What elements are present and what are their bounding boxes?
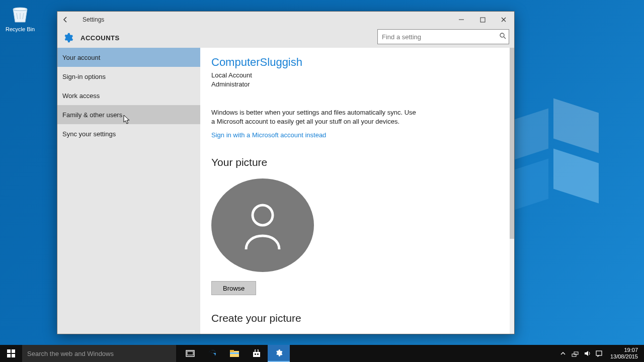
taskbar: Search the web and Windows 19:07 13/08/2… — [0, 345, 644, 362]
start-button[interactable] — [0, 345, 22, 362]
your-picture-heading: Your picture — [211, 156, 502, 168]
minimize-button[interactable] — [451, 12, 472, 28]
svg-rect-8 — [7, 349, 11, 353]
notifications-icon[interactable] — [595, 349, 603, 357]
recycle-bin-label: Recycle Bin — [5, 26, 35, 32]
gear-icon — [62, 32, 73, 43]
svg-rect-22 — [596, 351, 602, 355]
tray-chevron-up-icon[interactable] — [559, 349, 567, 357]
settings-search[interactable] — [377, 29, 509, 44]
sidebar: Your account Sign-in options Work access… — [57, 48, 200, 334]
recycle-bin-icon[interactable]: Recycle Bin — [5, 4, 35, 32]
task-view-icon[interactable] — [179, 345, 201, 362]
browse-button[interactable]: Browse — [211, 281, 256, 295]
signin-microsoft-link[interactable]: Sign in with a Microsoft account instead — [211, 131, 326, 139]
svg-point-5 — [253, 205, 273, 225]
svg-rect-18 — [255, 353, 256, 355]
svg-rect-13 — [187, 351, 193, 355]
svg-rect-16 — [230, 352, 239, 354]
system-tray: 19:07 13/08/2015 — [559, 345, 644, 362]
sidebar-item-sign-in-options[interactable]: Sign-in options — [57, 67, 200, 86]
network-icon[interactable] — [571, 349, 579, 357]
settings-window: Settings ACCOUNTS Your account Sign-in o… — [57, 11, 515, 334]
edge-icon[interactable] — [201, 345, 223, 362]
sidebar-item-family-other-users[interactable]: Family & other users — [57, 105, 200, 124]
create-picture-heading: Create your picture — [211, 312, 502, 324]
sidebar-item-work-access[interactable]: Work access — [57, 86, 200, 105]
back-button[interactable] — [57, 12, 73, 28]
svg-rect-17 — [253, 352, 260, 357]
scrollbar-thumb[interactable] — [510, 48, 514, 239]
volume-icon[interactable] — [583, 349, 591, 357]
svg-rect-2 — [480, 18, 485, 22]
account-role: Administrator — [211, 80, 502, 89]
svg-rect-15 — [230, 350, 234, 352]
svg-rect-10 — [7, 354, 11, 357]
svg-rect-11 — [12, 354, 15, 357]
taskbar-search[interactable]: Search the web and Windows — [22, 345, 176, 362]
account-avatar — [211, 178, 314, 272]
store-icon[interactable] — [246, 345, 268, 362]
sync-description: Windows is better when your settings and… — [211, 108, 418, 126]
content-pane: ComputerSluggish Local Account Administr… — [200, 48, 514, 334]
search-input[interactable] — [378, 33, 497, 41]
svg-rect-9 — [12, 349, 15, 353]
window-title: Settings — [83, 16, 104, 23]
search-icon — [497, 33, 509, 41]
file-explorer-icon[interactable] — [223, 345, 246, 362]
person-icon — [241, 201, 284, 249]
sidebar-item-your-account[interactable]: Your account — [57, 48, 200, 67]
account-name: ComputerSluggish — [211, 56, 502, 69]
svg-line-4 — [504, 37, 506, 39]
taskbar-clock[interactable]: 19:07 13/08/2015 — [607, 347, 641, 360]
account-type: Local Account — [211, 71, 502, 80]
svg-rect-19 — [257, 353, 259, 355]
titlebar: Settings — [57, 12, 514, 28]
sidebar-item-sync-settings[interactable]: Sync your settings — [57, 124, 200, 143]
header-bar: ACCOUNTS — [57, 28, 514, 48]
settings-taskbar-icon[interactable] — [268, 345, 290, 362]
close-button[interactable] — [493, 12, 514, 28]
category-title: ACCOUNTS — [80, 34, 120, 42]
svg-point-0 — [13, 8, 27, 11]
svg-point-3 — [500, 33, 504, 37]
wallpaper-decoration — [503, 90, 614, 241]
maximize-button[interactable] — [472, 12, 493, 28]
